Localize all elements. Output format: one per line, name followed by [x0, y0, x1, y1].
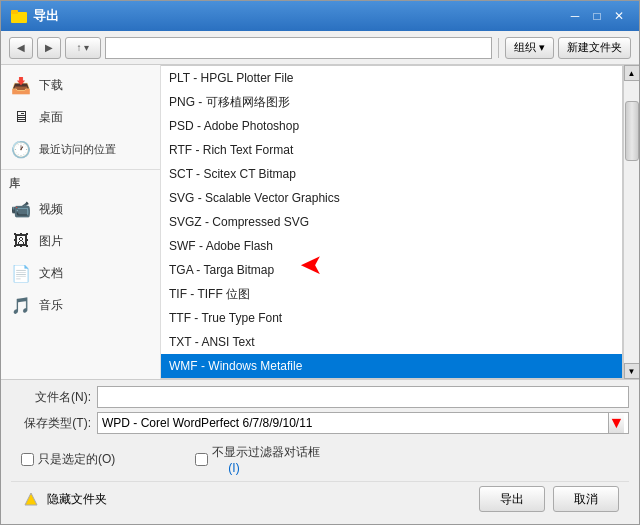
filename-label: 文件名(N):: [11, 389, 91, 406]
list-item[interactable]: TGA - Targa Bitmap: [161, 258, 622, 282]
svg-rect-1: [11, 10, 18, 14]
desktop-icon: 🖥: [9, 105, 33, 129]
list-item[interactable]: WMF - Windows Metafile: [161, 354, 622, 378]
sidebar-item-label: 下载: [39, 77, 63, 94]
list-item[interactable]: TXT - ANSI Text: [161, 330, 622, 354]
organize-button[interactable]: 组织 ▾: [505, 37, 554, 59]
vertical-scrollbar[interactable]: ▲ ▼: [623, 65, 639, 379]
list-item[interactable]: SCT - Scitex CT Bitmap: [161, 162, 622, 186]
hidden-files-label: 隐藏文件夹: [47, 491, 107, 508]
list-item[interactable]: PNG - 可移植网络图形: [161, 90, 622, 114]
filetype-dropdown[interactable]: WPD - Corel WordPerfect 6/7/8/9/10/11 ▼: [97, 412, 629, 434]
sidebar-item-label: 视频: [39, 201, 63, 218]
folder-svg-icon: [11, 8, 27, 24]
downloads-icon: 📥: [9, 73, 33, 97]
filetype-value: WPD - Corel WordPerfect 6/7/8/9/10/11: [102, 416, 608, 430]
scroll-up-arrow[interactable]: ▲: [624, 65, 640, 81]
svg-marker-2: [25, 493, 37, 505]
file-list[interactable]: PLT - HPGL Plotter FilePNG - 可移植网络图形PSD …: [161, 65, 623, 379]
sidebar-item-label: 图片: [39, 233, 63, 250]
sidebar-item-label: 文档: [39, 265, 63, 282]
no-filter-checkbox[interactable]: [195, 453, 208, 466]
filename-input[interactable]: [97, 386, 629, 408]
sidebar-item-label: 最近访问的位置: [39, 142, 116, 157]
video-icon: 📹: [9, 197, 33, 221]
sidebar-item-documents[interactable]: 📄 文档: [1, 257, 160, 289]
title-bar-controls: ─ □ ✕: [565, 7, 629, 25]
forward-button[interactable]: ▶: [37, 37, 61, 59]
documents-icon: 📄: [9, 261, 33, 285]
title-bar-left: 导出: [11, 7, 59, 25]
address-input[interactable]: [105, 37, 492, 59]
list-item[interactable]: TTF - True Type Font: [161, 306, 622, 330]
filetype-row: 保存类型(T): WPD - Corel WordPerfect 6/7/8/9…: [11, 412, 629, 434]
list-item[interactable]: SVGZ - Compressed SVG: [161, 210, 622, 234]
hidden-files-row: 隐藏文件夹: [21, 489, 107, 509]
file-list-area: PLT - HPGL Plotter FilePNG - 可移植网络图形PSD …: [161, 65, 639, 379]
sidebar-item-label: 桌面: [39, 109, 63, 126]
sidebar-item-label: 音乐: [39, 297, 63, 314]
minimize-button[interactable]: ─: [565, 7, 585, 25]
scroll-down-arrow[interactable]: ▼: [624, 363, 640, 379]
filetype-label: 保存类型(T):: [11, 415, 91, 432]
sidebar-item-video[interactable]: 📹 视频: [1, 193, 160, 225]
recent-icon: 🕐: [9, 137, 33, 161]
list-item[interactable]: RTF - Rich Text Format: [161, 138, 622, 162]
cancel-button[interactable]: 取消: [553, 486, 619, 512]
scrollbar-thumb[interactable]: [625, 101, 639, 161]
red-dropdown-arrow: ▼: [609, 414, 625, 432]
library-section-label: 库: [1, 169, 160, 193]
export-button[interactable]: 导出: [479, 486, 545, 512]
maximize-button[interactable]: □: [587, 7, 607, 25]
main-area: 📥 下载 🖥 桌面 🕐 最近访问的位置 库 📹 视频 🖼 图片 📄: [1, 65, 639, 379]
title-bar-title: 导出: [33, 7, 59, 25]
list-item[interactable]: PSD - Adobe Photoshop: [161, 114, 622, 138]
only-selected-checkbox-item: 只是选定的(O): [21, 451, 115, 468]
only-selected-label: 只是选定的(O): [38, 451, 115, 468]
sidebar-item-music[interactable]: 🎵 音乐: [1, 289, 160, 321]
list-item[interactable]: SVG - Scalable Vector Graphics: [161, 186, 622, 210]
file-area: PLT - HPGL Plotter FilePNG - 可移植网络图形PSD …: [161, 65, 639, 379]
folder-icon: [11, 8, 27, 24]
sidebar-item-pictures[interactable]: 🖼 图片: [1, 225, 160, 257]
filename-row: 文件名(N):: [11, 386, 629, 408]
list-item[interactable]: SWF - Adobe Flash: [161, 234, 622, 258]
toolbar-separator: [498, 38, 499, 58]
pictures-icon: 🖼: [9, 229, 33, 253]
sidebar-item-desktop[interactable]: 🖥 桌面: [1, 101, 160, 133]
left-panel: 📥 下载 🖥 桌面 🕐 最近访问的位置 库 📹 视频 🖼 图片 📄: [1, 65, 161, 379]
up-button[interactable]: ↑ ▾: [65, 37, 101, 59]
close-button[interactable]: ✕: [609, 7, 629, 25]
sidebar-item-recent[interactable]: 🕐 最近访问的位置: [1, 133, 160, 165]
dialog-container: 导出 ─ □ ✕ ◀ ▶ ↑ ▾ 组织 ▾ 新建文件夹 📥 下载 🖥 桌面: [0, 0, 640, 525]
sidebar-item-downloads[interactable]: 📥 下载: [1, 69, 160, 101]
music-icon: 🎵: [9, 293, 33, 317]
no-filter-checkbox-item: 不显示过滤器对话框 (I): [195, 444, 320, 475]
title-bar: 导出 ─ □ ✕: [1, 1, 639, 31]
address-bar: [105, 37, 492, 59]
back-button[interactable]: ◀: [9, 37, 33, 59]
new-folder-button[interactable]: 新建文件夹: [558, 37, 631, 59]
hidden-files-icon: [21, 489, 41, 509]
dropdown-arrow-icon[interactable]: ▼: [608, 413, 624, 433]
checkbox-row: 只是选定的(O) 不显示过滤器对话框 (I): [11, 438, 629, 481]
only-selected-checkbox[interactable]: [21, 453, 34, 466]
list-item[interactable]: PLT - HPGL Plotter File: [161, 66, 622, 90]
toolbar: ◀ ▶ ↑ ▾ 组织 ▾ 新建文件夹: [1, 31, 639, 65]
list-item[interactable]: TIF - TIFF 位图: [161, 282, 622, 306]
no-filter-label: 不显示过滤器对话框 (I): [212, 444, 320, 475]
bottom-form: 文件名(N): 保存类型(T): WPD - Corel WordPerfect…: [1, 379, 639, 524]
triangle-icon: [23, 491, 39, 507]
action-row: 隐藏文件夹 导出 取消: [11, 481, 629, 518]
list-item[interactable]: WP4 - Corel WordPerfect 4.2: [161, 378, 622, 379]
